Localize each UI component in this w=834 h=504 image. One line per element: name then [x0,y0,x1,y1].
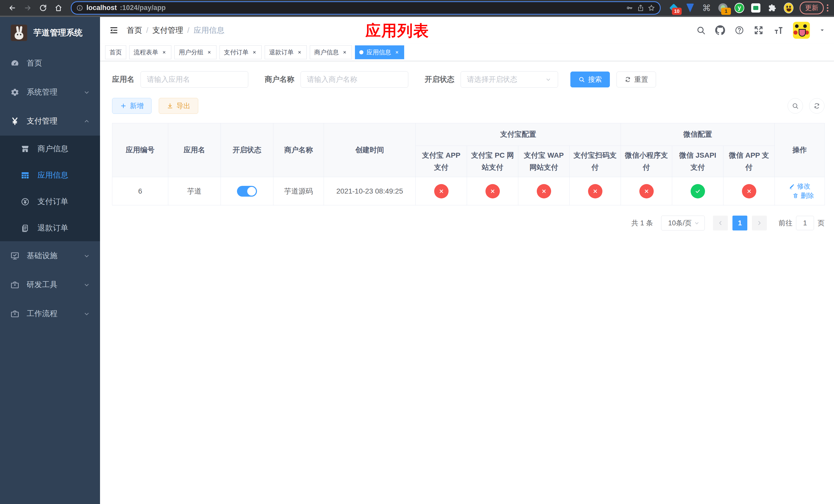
plus-icon [120,102,127,109]
payment-submenu: 商户信息 应用信息 支付订单 [0,136,100,241]
add-button[interactable]: 新增 [112,98,152,114]
sidebar-item-merchant-info[interactable]: 商户信息 [0,136,100,162]
page-number-1[interactable]: 1 [732,215,747,230]
fullscreen-icon[interactable] [753,25,764,36]
breadcrumb-payment[interactable]: 支付管理 [152,25,183,36]
col-actions: 操作 [775,123,825,177]
tab-process-form[interactable]: 流程表单 [129,45,171,59]
shop-icon [20,144,30,154]
avatar-caret-icon[interactable] [819,27,825,33]
chevron-down-icon [694,220,700,226]
extension-badge: 10 [672,8,682,15]
cell-app-id: 6 [112,177,168,205]
tab-pay-order[interactable]: 支付订单 [220,45,262,59]
sidebar-item-workflow[interactable]: 工作流程 [0,299,100,328]
status-select[interactable]: 请选择开启状态 [461,71,558,88]
tags-view: 首页 流程表单 用户分组 支付订单 退款订单 商户信息 [100,44,834,61]
address-bar[interactable]: localhost:1024/pay/app [71,1,661,15]
status-disabled-icon [639,184,654,199]
breadcrumb-home[interactable]: 首页 [127,25,142,36]
edit-link[interactable]: 修改 [789,182,810,191]
tab-close-icon[interactable] [297,49,302,55]
url-path: :1024/pay/app [120,4,166,12]
tab-close-icon[interactable] [342,49,348,55]
active-tab-dot [359,50,364,54]
export-button[interactable]: 导出 [159,98,198,114]
browser-back-icon[interactable] [6,1,19,15]
tab-merchant-info[interactable]: 商户信息 [310,45,352,59]
search-button[interactable]: 搜索 [570,71,610,87]
tab-close-icon[interactable] [161,49,167,55]
delete-link[interactable]: 删除 [792,191,814,200]
goto-page-input[interactable] [796,216,814,230]
sidebar-item-home[interactable]: 首页 [0,49,100,78]
app-name-input[interactable] [140,71,248,88]
extension-kite-icon[interactable] [685,3,695,13]
prev-page-button[interactable] [713,215,728,230]
sidebar-item-pay-order[interactable]: 支付订单 [0,188,100,215]
refresh-table-button[interactable] [809,98,825,114]
font-size-icon[interactable] [773,25,784,36]
merchant-name-input[interactable] [301,71,408,88]
extension-y-icon[interactable]: y [734,3,744,13]
browser-home-icon[interactable] [52,1,65,15]
tab-home[interactable]: 首页 [105,45,126,59]
enabled-switch[interactable] [237,186,257,197]
bookmark-star-icon[interactable] [648,4,655,12]
browser-reload-icon[interactable] [37,1,50,15]
extension-chat-icon[interactable] [751,3,761,13]
sidebar-menu: 首页 系统管理 支付管理 [0,49,100,504]
cell-wx-jsapi-status [672,177,723,205]
navbar-actions [696,22,825,39]
sidebar-collapse-icon[interactable] [109,25,119,36]
extension-diamond-icon[interactable]: 10 [669,3,679,13]
reset-button[interactable]: 重置 [616,71,656,87]
cell-wx-app-status [723,177,775,205]
tab-refund-order[interactable]: 退款订单 [265,45,307,59]
sidebar-item-payment[interactable]: 支付管理 [0,107,100,136]
table-toolbar: 新增 导出 [112,98,825,114]
sidebar: 芋道管理系统 首页 系统管理 [0,17,100,504]
share-icon[interactable] [637,4,644,12]
site-info-icon[interactable] [76,4,83,12]
extensions-row: 10 ⌘ 1 y [669,3,793,13]
col-app-id: 应用编号 [112,123,168,177]
user-avatar[interactable] [793,22,810,39]
search-icon [578,76,585,83]
col-app-name: 应用名 [168,123,221,177]
page-size-select[interactable]: 10条/页 [661,215,705,230]
next-page-button[interactable] [752,215,767,230]
cell-alipay-wap-status [518,177,570,205]
browser-menu-icon[interactable] [827,4,828,12]
show-search-button[interactable] [788,98,803,114]
sidebar-item-system[interactable]: 系统管理 [0,78,100,107]
extension-emoji-icon[interactable] [784,3,793,13]
tab-close-icon[interactable] [394,49,400,55]
status-label: 开启状态 [425,74,455,85]
sidebar-item-refund-order[interactable]: 退款订单 [0,215,100,241]
sidebar-item-dev-tools[interactable]: 研发工具 [0,270,100,299]
browser-update-button[interactable]: 更新 [799,2,824,14]
sidebar-item-app-info[interactable]: 应用信息 [0,162,100,188]
password-key-icon[interactable] [626,4,634,12]
sidebar-item-infra[interactable]: 基础设施 [0,241,100,270]
help-icon[interactable] [734,25,744,35]
tab-user-group[interactable]: 用户分组 [174,45,216,59]
breadcrumb-separator: / [146,26,148,35]
extensions-puzzle-icon[interactable] [767,3,777,13]
tab-app-info[interactable]: 应用信息 [355,45,404,59]
browser-forward-icon[interactable] [21,1,35,15]
github-icon[interactable] [715,25,725,36]
extension-command-icon[interactable]: ⌘ [702,3,711,13]
tab-close-icon[interactable] [206,49,212,55]
briefcase-icon [10,280,20,290]
app-table: 应用编号 应用名 开启状态 商户名称 创建时间 支付宝配置 微信配置 操作 支付… [112,123,825,205]
status-enabled-icon [690,184,705,199]
sidebar-logo[interactable]: 芋道管理系统 [0,17,100,49]
tab-close-icon[interactable] [251,49,257,55]
filter-form: 应用名 商户名称 开启状态 请选择开启状态 搜索 [112,71,825,88]
page-unit-label: 页 [818,219,825,228]
search-icon[interactable] [696,25,706,35]
dashboard-icon [10,59,20,68]
extension-recorder-icon[interactable]: 1 [718,3,728,13]
